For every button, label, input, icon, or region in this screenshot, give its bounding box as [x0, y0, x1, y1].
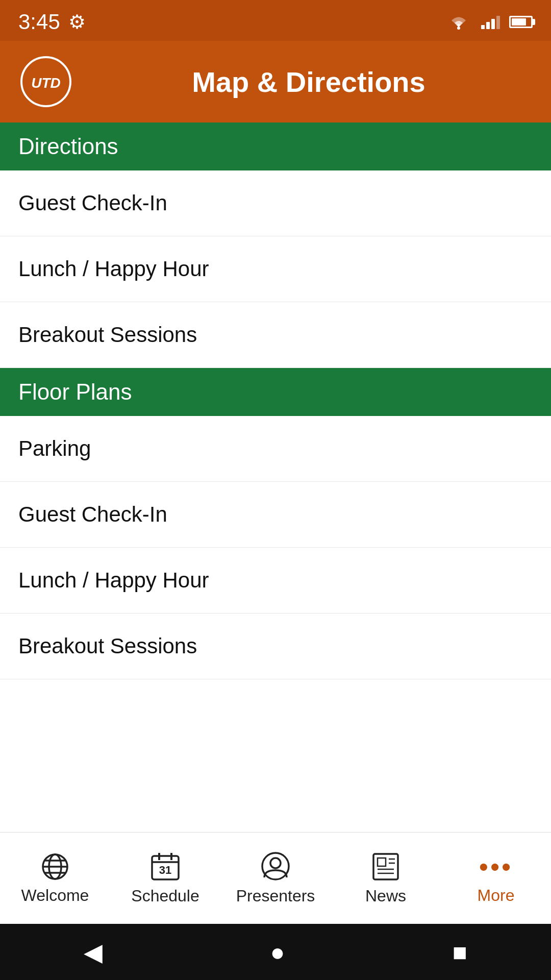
- status-left: 3:45 ⚙: [18, 10, 86, 34]
- nav-item-schedule[interactable]: 31 Schedule: [110, 832, 220, 924]
- list-item[interactable]: Guest Check-In: [0, 170, 551, 236]
- svg-rect-15: [378, 858, 386, 866]
- status-bar: 3:45 ⚙: [0, 0, 551, 41]
- list-item[interactable]: Breakout Sessions: [0, 614, 551, 679]
- logo: UTD: [20, 56, 71, 107]
- svg-text:31: 31: [159, 864, 171, 876]
- home-button[interactable]: ●: [270, 938, 285, 966]
- settings-icon[interactable]: ⚙: [68, 11, 86, 33]
- utd-logo: UTD: [26, 66, 66, 97]
- svg-point-0: [457, 27, 460, 30]
- wifi-icon: [445, 13, 472, 31]
- news-icon: [370, 851, 401, 883]
- page-title: Map & Directions: [87, 65, 531, 99]
- status-time: 3:45: [18, 10, 60, 34]
- person-icon: [260, 851, 291, 883]
- svg-point-13: [270, 858, 281, 868]
- status-right: [445, 13, 533, 31]
- system-navigation: ◀ ● ■: [0, 924, 551, 980]
- page-header: UTD Map & Directions: [0, 41, 551, 122]
- list-item[interactable]: Parking: [0, 416, 551, 482]
- signal-icon: [481, 15, 500, 29]
- battery-icon: [509, 16, 533, 28]
- nav-label-more: More: [478, 886, 515, 905]
- list-item[interactable]: Breakout Sessions: [0, 302, 551, 368]
- nav-item-presenters[interactable]: Presenters: [220, 832, 331, 924]
- nav-label-schedule: Schedule: [131, 887, 199, 905]
- list-item[interactable]: Guest Check-In: [0, 482, 551, 548]
- more-dots-icon: •••: [479, 851, 513, 882]
- svg-point-12: [262, 853, 289, 879]
- nav-item-news[interactable]: News: [331, 832, 441, 924]
- back-button[interactable]: ◀: [84, 938, 103, 966]
- list-item[interactable]: Lunch / Happy Hour: [0, 236, 551, 302]
- section-header-floor-plans: Floor Plans: [0, 368, 551, 416]
- nav-label-presenters: Presenters: [236, 887, 315, 905]
- nav-item-welcome[interactable]: Welcome: [0, 832, 110, 924]
- recents-button[interactable]: ■: [453, 938, 467, 966]
- nav-label-news: News: [365, 887, 406, 905]
- calendar-icon: 31: [150, 851, 181, 883]
- section-header-directions: Directions: [0, 122, 551, 170]
- content-area: Directions Guest Check-In Lunch / Happy …: [0, 122, 551, 832]
- svg-text:UTD: UTD: [31, 75, 61, 91]
- globe-icon: [40, 851, 70, 882]
- bottom-navigation: Welcome 31 Schedule Presenters News: [0, 832, 551, 924]
- nav-label-welcome: Welcome: [21, 886, 89, 905]
- nav-item-more[interactable]: ••• More: [441, 832, 551, 924]
- list-item[interactable]: Lunch / Happy Hour: [0, 548, 551, 614]
